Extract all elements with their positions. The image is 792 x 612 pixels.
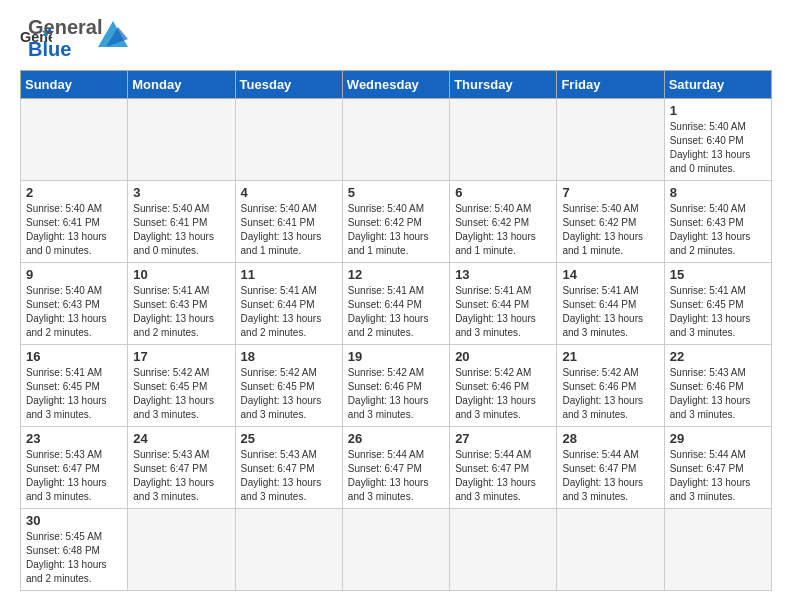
calendar-cell: 29Sunrise: 5:44 AM Sunset: 6:47 PM Dayli…: [664, 427, 771, 509]
day-info: Sunrise: 5:44 AM Sunset: 6:47 PM Dayligh…: [348, 448, 444, 504]
day-info: Sunrise: 5:40 AM Sunset: 6:41 PM Dayligh…: [241, 202, 337, 258]
calendar-cell: 2Sunrise: 5:40 AM Sunset: 6:41 PM Daylig…: [21, 181, 128, 263]
day-number: 29: [670, 431, 766, 446]
day-number: 3: [133, 185, 229, 200]
day-info: Sunrise: 5:40 AM Sunset: 6:40 PM Dayligh…: [670, 120, 766, 176]
day-info: Sunrise: 5:43 AM Sunset: 6:46 PM Dayligh…: [670, 366, 766, 422]
day-number: 24: [133, 431, 229, 446]
day-info: Sunrise: 5:43 AM Sunset: 6:47 PM Dayligh…: [133, 448, 229, 504]
calendar-week-row: 23Sunrise: 5:43 AM Sunset: 6:47 PM Dayli…: [21, 427, 772, 509]
day-number: 25: [241, 431, 337, 446]
day-number: 7: [562, 185, 658, 200]
day-info: Sunrise: 5:40 AM Sunset: 6:42 PM Dayligh…: [562, 202, 658, 258]
day-info: Sunrise: 5:41 AM Sunset: 6:44 PM Dayligh…: [241, 284, 337, 340]
calendar-cell: 16Sunrise: 5:41 AM Sunset: 6:45 PM Dayli…: [21, 345, 128, 427]
day-number: 10: [133, 267, 229, 282]
day-info: Sunrise: 5:44 AM Sunset: 6:47 PM Dayligh…: [455, 448, 551, 504]
weekday-header-row: SundayMondayTuesdayWednesdayThursdayFrid…: [21, 71, 772, 99]
calendar-week-row: 1Sunrise: 5:40 AM Sunset: 6:40 PM Daylig…: [21, 99, 772, 181]
weekday-header-saturday: Saturday: [664, 71, 771, 99]
day-number: 15: [670, 267, 766, 282]
day-number: 20: [455, 349, 551, 364]
calendar-cell: 10Sunrise: 5:41 AM Sunset: 6:43 PM Dayli…: [128, 263, 235, 345]
day-number: 11: [241, 267, 337, 282]
calendar-table: SundayMondayTuesdayWednesdayThursdayFrid…: [20, 70, 772, 591]
logo: General General Blue: [20, 16, 128, 60]
day-info: Sunrise: 5:40 AM Sunset: 6:41 PM Dayligh…: [26, 202, 122, 258]
day-info: Sunrise: 5:43 AM Sunset: 6:47 PM Dayligh…: [241, 448, 337, 504]
calendar-cell: [342, 99, 449, 181]
calendar-cell: [557, 509, 664, 591]
weekday-header-thursday: Thursday: [450, 71, 557, 99]
logo-blue: Blue: [28, 38, 102, 60]
calendar-cell: 12Sunrise: 5:41 AM Sunset: 6:44 PM Dayli…: [342, 263, 449, 345]
calendar-cell: 28Sunrise: 5:44 AM Sunset: 6:47 PM Dayli…: [557, 427, 664, 509]
day-info: Sunrise: 5:42 AM Sunset: 6:45 PM Dayligh…: [133, 366, 229, 422]
day-info: Sunrise: 5:42 AM Sunset: 6:45 PM Dayligh…: [241, 366, 337, 422]
day-info: Sunrise: 5:42 AM Sunset: 6:46 PM Dayligh…: [455, 366, 551, 422]
logo-triangle-icon: [98, 21, 128, 47]
day-info: Sunrise: 5:41 AM Sunset: 6:45 PM Dayligh…: [670, 284, 766, 340]
day-info: Sunrise: 5:44 AM Sunset: 6:47 PM Dayligh…: [562, 448, 658, 504]
calendar-cell: 4Sunrise: 5:40 AM Sunset: 6:41 PM Daylig…: [235, 181, 342, 263]
weekday-header-monday: Monday: [128, 71, 235, 99]
day-info: Sunrise: 5:42 AM Sunset: 6:46 PM Dayligh…: [562, 366, 658, 422]
calendar-cell: [235, 99, 342, 181]
calendar-week-row: 2Sunrise: 5:40 AM Sunset: 6:41 PM Daylig…: [21, 181, 772, 263]
day-number: 21: [562, 349, 658, 364]
calendar-cell: 24Sunrise: 5:43 AM Sunset: 6:47 PM Dayli…: [128, 427, 235, 509]
calendar-cell: 20Sunrise: 5:42 AM Sunset: 6:46 PM Dayli…: [450, 345, 557, 427]
weekday-header-friday: Friday: [557, 71, 664, 99]
day-number: 17: [133, 349, 229, 364]
calendar-cell: 5Sunrise: 5:40 AM Sunset: 6:42 PM Daylig…: [342, 181, 449, 263]
calendar-cell: 3Sunrise: 5:40 AM Sunset: 6:41 PM Daylig…: [128, 181, 235, 263]
calendar-cell: 25Sunrise: 5:43 AM Sunset: 6:47 PM Dayli…: [235, 427, 342, 509]
calendar-cell: [450, 99, 557, 181]
weekday-header-tuesday: Tuesday: [235, 71, 342, 99]
day-info: Sunrise: 5:43 AM Sunset: 6:47 PM Dayligh…: [26, 448, 122, 504]
day-number: 14: [562, 267, 658, 282]
day-number: 28: [562, 431, 658, 446]
day-info: Sunrise: 5:41 AM Sunset: 6:43 PM Dayligh…: [133, 284, 229, 340]
day-number: 9: [26, 267, 122, 282]
day-info: Sunrise: 5:44 AM Sunset: 6:47 PM Dayligh…: [670, 448, 766, 504]
calendar-cell: [128, 99, 235, 181]
day-info: Sunrise: 5:40 AM Sunset: 6:42 PM Dayligh…: [348, 202, 444, 258]
calendar-cell: 11Sunrise: 5:41 AM Sunset: 6:44 PM Dayli…: [235, 263, 342, 345]
day-number: 18: [241, 349, 337, 364]
calendar-cell: 15Sunrise: 5:41 AM Sunset: 6:45 PM Dayli…: [664, 263, 771, 345]
calendar-cell: [664, 509, 771, 591]
calendar-cell: 23Sunrise: 5:43 AM Sunset: 6:47 PM Dayli…: [21, 427, 128, 509]
day-number: 22: [670, 349, 766, 364]
calendar-week-row: 30Sunrise: 5:45 AM Sunset: 6:48 PM Dayli…: [21, 509, 772, 591]
calendar-cell: 27Sunrise: 5:44 AM Sunset: 6:47 PM Dayli…: [450, 427, 557, 509]
day-number: 27: [455, 431, 551, 446]
day-number: 6: [455, 185, 551, 200]
day-info: Sunrise: 5:41 AM Sunset: 6:44 PM Dayligh…: [455, 284, 551, 340]
day-number: 30: [26, 513, 122, 528]
day-info: Sunrise: 5:40 AM Sunset: 6:43 PM Dayligh…: [670, 202, 766, 258]
day-number: 4: [241, 185, 337, 200]
day-number: 5: [348, 185, 444, 200]
calendar-cell: 1Sunrise: 5:40 AM Sunset: 6:40 PM Daylig…: [664, 99, 771, 181]
calendar-cell: [450, 509, 557, 591]
day-info: Sunrise: 5:41 AM Sunset: 6:44 PM Dayligh…: [348, 284, 444, 340]
day-number: 13: [455, 267, 551, 282]
calendar-cell: 17Sunrise: 5:42 AM Sunset: 6:45 PM Dayli…: [128, 345, 235, 427]
day-number: 16: [26, 349, 122, 364]
calendar-cell: 22Sunrise: 5:43 AM Sunset: 6:46 PM Dayli…: [664, 345, 771, 427]
calendar-cell: 13Sunrise: 5:41 AM Sunset: 6:44 PM Dayli…: [450, 263, 557, 345]
day-number: 8: [670, 185, 766, 200]
day-number: 23: [26, 431, 122, 446]
calendar-week-row: 16Sunrise: 5:41 AM Sunset: 6:45 PM Dayli…: [21, 345, 772, 427]
day-info: Sunrise: 5:41 AM Sunset: 6:44 PM Dayligh…: [562, 284, 658, 340]
day-number: 26: [348, 431, 444, 446]
day-info: Sunrise: 5:40 AM Sunset: 6:41 PM Dayligh…: [133, 202, 229, 258]
calendar-cell: 8Sunrise: 5:40 AM Sunset: 6:43 PM Daylig…: [664, 181, 771, 263]
logo-general: General: [28, 16, 102, 38]
calendar-cell: [128, 509, 235, 591]
calendar-cell: 6Sunrise: 5:40 AM Sunset: 6:42 PM Daylig…: [450, 181, 557, 263]
calendar-cell: [21, 99, 128, 181]
calendar-cell: [235, 509, 342, 591]
calendar-cell: [557, 99, 664, 181]
